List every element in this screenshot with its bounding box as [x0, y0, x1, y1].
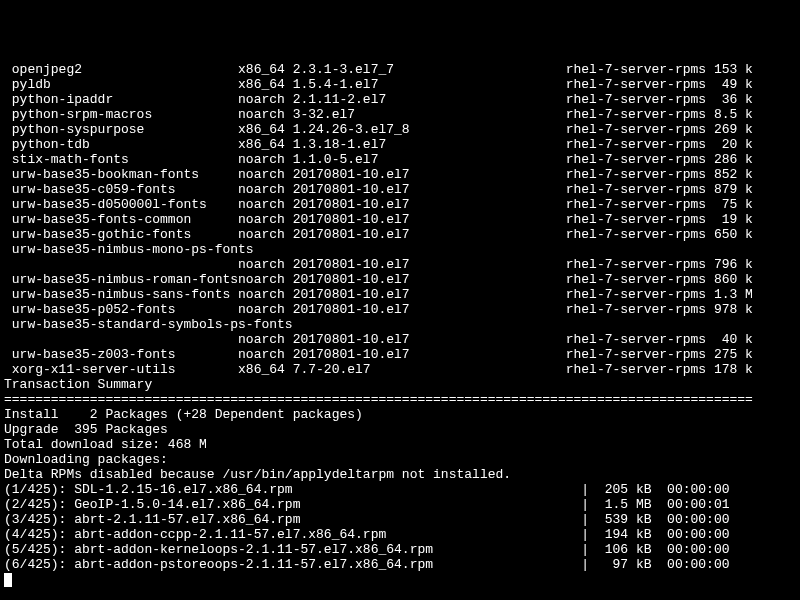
terminal-line: openjpeg2 x86_64 2.3.1-3.el7_7 rhel-7-se… [4, 62, 796, 77]
terminal-line: urw-base35-z003-fonts noarch 20170801-10… [4, 347, 796, 362]
terminal-line: Total download size: 468 M [4, 437, 796, 452]
terminal-line: noarch 20170801-10.el7 rhel-7-server-rpm… [4, 257, 796, 272]
terminal-line: urw-base35-c059-fonts noarch 20170801-10… [4, 182, 796, 197]
terminal-line: Install 2 Packages (+28 Dependent packag… [4, 407, 796, 422]
terminal-line: urw-base35-nimbus-roman-fontsnoarch 2017… [4, 272, 796, 287]
terminal-line: urw-base35-p052-fonts noarch 20170801-10… [4, 302, 796, 317]
terminal-line: urw-base35-d050000l-fonts noarch 2017080… [4, 197, 796, 212]
terminal-line: pyldb x86_64 1.5.4-1.el7 rhel-7-server-r… [4, 77, 796, 92]
terminal-line: (5/425): abrt-addon-kerneloops-2.1.11-57… [4, 542, 796, 557]
terminal-line: (3/425): abrt-2.1.11-57.el7.x86_64.rpm |… [4, 512, 796, 527]
terminal-line: urw-base35-standard-symbols-ps-fonts [4, 317, 796, 332]
terminal-line: (2/425): GeoIP-1.5.0-14.el7.x86_64.rpm |… [4, 497, 796, 512]
terminal-line: stix-math-fonts noarch 1.1.0-5.el7 rhel-… [4, 152, 796, 167]
terminal-line: python-srpm-macros noarch 3-32.el7 rhel-… [4, 107, 796, 122]
terminal-line: python-syspurpose x86_64 1.24.26-3.el7_8… [4, 122, 796, 137]
terminal-line: python-tdb x86_64 1.3.18-1.el7 rhel-7-se… [4, 137, 796, 152]
terminal-line: Delta RPMs disabled because /usr/bin/app… [4, 467, 796, 482]
terminal-line: urw-base35-gothic-fonts noarch 20170801-… [4, 227, 796, 242]
terminal-line: (4/425): abrt-addon-ccpp-2.1.11-57.el7.x… [4, 527, 796, 542]
terminal-line: Transaction Summary [4, 377, 796, 392]
terminal-line: urw-base35-nimbus-sans-fonts noarch 2017… [4, 287, 796, 302]
terminal-line: xorg-x11-server-utils x86_64 7.7-20.el7 … [4, 362, 796, 377]
terminal-line: Downloading packages: [4, 452, 796, 467]
cursor [4, 573, 12, 587]
terminal-line: (1/425): SDL-1.2.15-16.el7.x86_64.rpm | … [4, 482, 796, 497]
terminal-line: urw-base35-nimbus-mono-ps-fonts [4, 242, 796, 257]
cursor-line[interactable] [4, 572, 796, 587]
terminal-line: urw-base35-fonts-common noarch 20170801-… [4, 212, 796, 227]
terminal-line: noarch 20170801-10.el7 rhel-7-server-rpm… [4, 332, 796, 347]
terminal-line: (6/425): abrt-addon-pstoreoops-2.1.11-57… [4, 557, 796, 572]
terminal-line: python-ipaddr noarch 2.1.11-2.el7 rhel-7… [4, 92, 796, 107]
terminal-line: ========================================… [4, 392, 796, 407]
terminal-output: openjpeg2 x86_64 2.3.1-3.el7_7 rhel-7-se… [4, 62, 796, 587]
terminal-line: Upgrade 395 Packages [4, 422, 796, 437]
terminal-line: urw-base35-bookman-fonts noarch 20170801… [4, 167, 796, 182]
